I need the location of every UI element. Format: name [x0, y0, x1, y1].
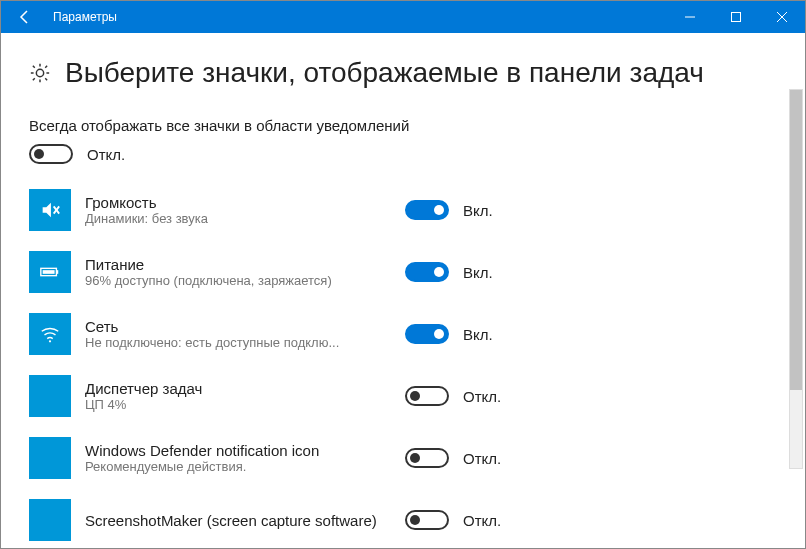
minimize-button[interactable]: [667, 1, 713, 33]
blank-icon: [29, 437, 71, 479]
item-toggle-state: Откл.: [463, 512, 501, 529]
item-toggle-state: Вкл.: [463, 264, 493, 281]
blank-icon: [29, 499, 71, 541]
window-controls: [667, 1, 805, 33]
item-toggle-state: Вкл.: [463, 326, 493, 343]
item-toggle-wrap: Откл.: [405, 448, 545, 468]
item-subtitle: Не подключено: есть доступные подклю...: [85, 335, 385, 350]
master-toggle-label: Всегда отображать все значки в области у…: [29, 117, 777, 134]
item-toggle-wrap: Вкл.: [405, 200, 545, 220]
list-item: Диспетчер задачЦП 4%Откл.: [29, 372, 777, 420]
titlebar: Параметры: [1, 1, 805, 33]
item-toggle-wrap: Вкл.: [405, 262, 545, 282]
svg-rect-8: [43, 270, 55, 274]
maximize-button[interactable]: [713, 1, 759, 33]
item-title: Диспетчер задач: [85, 380, 385, 397]
scrollbar-thumb[interactable]: [790, 90, 802, 390]
item-text: Питание96% доступно (подключена, заряжае…: [85, 256, 385, 288]
scrollbar[interactable]: [789, 89, 803, 469]
close-icon: [777, 12, 787, 22]
item-text: ScreenshotMaker (screen capture software…: [85, 512, 385, 529]
list-item: СетьНе подключено: есть доступные подклю…: [29, 310, 777, 358]
item-subtitle: Динамики: без звука: [85, 211, 385, 226]
item-toggle[interactable]: [405, 262, 449, 282]
list-item: Windows Defender notification iconРекоме…: [29, 434, 777, 482]
svg-rect-1: [732, 13, 741, 22]
close-button[interactable]: [759, 1, 805, 33]
item-toggle[interactable]: [405, 200, 449, 220]
item-title: Windows Defender notification icon: [85, 442, 385, 459]
item-subtitle: ЦП 4%: [85, 397, 385, 412]
minimize-icon: [685, 12, 695, 22]
item-toggle[interactable]: [405, 324, 449, 344]
item-text: ГромкостьДинамики: без звука: [85, 194, 385, 226]
maximize-icon: [731, 12, 741, 22]
volume-icon: [29, 189, 71, 231]
item-toggle-state: Вкл.: [463, 202, 493, 219]
item-toggle-wrap: Откл.: [405, 386, 545, 406]
item-toggle-wrap: Откл.: [405, 510, 545, 530]
wifi-icon: [29, 313, 71, 355]
svg-rect-7: [56, 270, 58, 274]
battery-icon: [29, 251, 71, 293]
item-text: Диспетчер задачЦП 4%: [85, 380, 385, 412]
item-title: Громкость: [85, 194, 385, 211]
item-text: СетьНе подключено: есть доступные подклю…: [85, 318, 385, 350]
master-toggle-row: Откл.: [29, 144, 777, 164]
list-item: ScreenshotMaker (screen capture software…: [29, 496, 777, 544]
list-item: ГромкостьДинамики: без звукаВкл.: [29, 186, 777, 234]
window-title: Параметры: [49, 10, 667, 24]
item-toggle[interactable]: [405, 386, 449, 406]
item-title: ScreenshotMaker (screen capture software…: [85, 512, 385, 529]
blank-icon: [29, 375, 71, 417]
page-header: Выберите значки, отображаемые в панели з…: [29, 57, 777, 89]
page-title: Выберите значки, отображаемые в панели з…: [65, 57, 704, 89]
item-title: Сеть: [85, 318, 385, 335]
item-toggle[interactable]: [405, 510, 449, 530]
back-button[interactable]: [1, 1, 49, 33]
item-text: Windows Defender notification iconРекоме…: [85, 442, 385, 474]
item-subtitle: Рекомендуемые действия.: [85, 459, 385, 474]
item-toggle-state: Откл.: [463, 388, 501, 405]
master-toggle[interactable]: [29, 144, 73, 164]
item-subtitle: 96% доступно (подключена, заряжается): [85, 273, 385, 288]
item-toggle-state: Откл.: [463, 450, 501, 467]
item-toggle-wrap: Вкл.: [405, 324, 545, 344]
svg-point-9: [49, 340, 51, 342]
back-arrow-icon: [17, 9, 33, 25]
master-toggle-state: Откл.: [87, 146, 125, 163]
list-item: Питание96% доступно (подключена, заряжае…: [29, 248, 777, 296]
content-area: Выберите значки, отображаемые в панели з…: [1, 33, 805, 548]
item-toggle[interactable]: [405, 448, 449, 468]
gear-icon: [29, 62, 51, 84]
item-title: Питание: [85, 256, 385, 273]
